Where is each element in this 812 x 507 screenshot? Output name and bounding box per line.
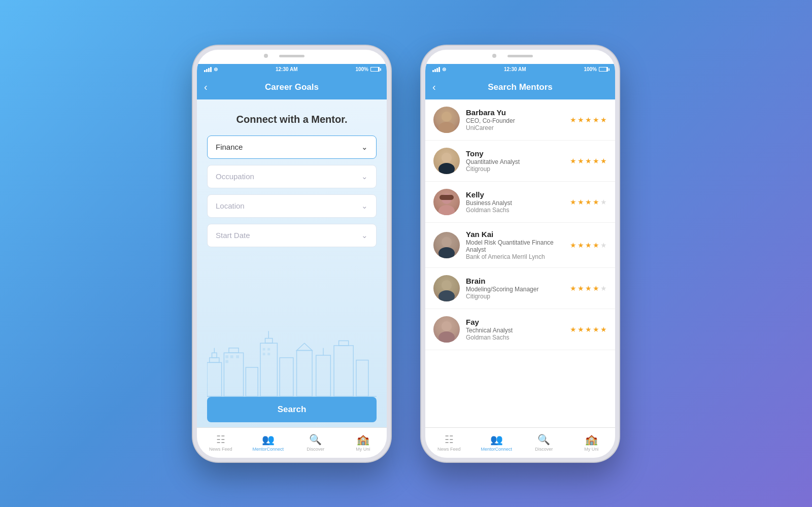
front-camera (264, 54, 268, 58)
nav-label-discover: Discover (307, 447, 324, 452)
avatar-face (433, 232, 460, 258)
svg-rect-22 (225, 360, 228, 363)
mentor-avatar-barbara (433, 107, 460, 133)
chevron-down-icon: ⌄ (361, 172, 368, 181)
mentor-item-yankai[interactable]: Yan Kai Model Risk Quantitative Finance … (425, 223, 615, 268)
mentor-item-barbara[interactable]: Barbara Yu CEO, Co-Founder UniCareer ★ ★… (425, 99, 615, 141)
chevron-down-icon: ⌄ (361, 143, 368, 152)
mentor-role-brain: Modeling/Scoring Manager (466, 286, 564, 293)
nav-item-discover[interactable]: 🔍 Discover (292, 433, 340, 452)
star-4: ★ (593, 325, 599, 333)
svg-point-28 (438, 122, 455, 133)
star-2: ★ (578, 241, 584, 249)
mentor-item-kelly[interactable]: Kelly Business Analyst Goldman Sachs ★ ★… (425, 182, 615, 223)
industry-value: Finance (216, 143, 243, 151)
svg-rect-16 (339, 341, 349, 346)
star-3: ★ (585, 241, 592, 249)
svg-rect-11 (297, 351, 313, 397)
star-4: ★ (593, 116, 599, 124)
avatar-face (433, 189, 460, 215)
left-phone: ⊜ 12:30 AM 100% ‹ Career Goals Connect w… (193, 46, 391, 462)
occupation-dropdown[interactable]: Occupation ⌄ (207, 165, 377, 188)
mentor-item-brain[interactable]: Brain Modeling/Scoring Manager Citigroup… (425, 268, 615, 309)
star-rating-barbara: ★ ★ ★ ★ ★ (570, 116, 607, 124)
status-right: 100% (355, 66, 380, 72)
mentor-role-tony: Quantitative Analyst (466, 158, 564, 165)
svg-point-27 (442, 112, 452, 122)
svg-rect-7 (260, 344, 277, 397)
nav-item-discover-right[interactable]: 🔍 Discover (520, 433, 568, 452)
mentor-name-yankai: Yan Kai (466, 230, 564, 239)
status-right-right: 100% (584, 66, 608, 72)
nav-label-my-uni-right: My Uni (584, 447, 598, 452)
mentor-role-fay: Technical Analyst (466, 327, 564, 334)
search-button[interactable]: Search (207, 397, 377, 422)
svg-rect-33 (439, 195, 454, 200)
status-left-right: ⊜ (432, 66, 446, 72)
city-skyline-illustration (197, 247, 387, 397)
nav-header-right: ‹ Search Mentors (425, 75, 615, 99)
svg-rect-23 (263, 348, 265, 351)
svg-rect-0 (207, 363, 222, 397)
my-uni-icon: 🏫 (357, 433, 369, 446)
location-placeholder: Location (216, 201, 245, 210)
mentor-name-barbara: Barbara Yu (466, 108, 564, 117)
svg-rect-2 (212, 353, 217, 358)
chevron-down-icon: ⌄ (361, 201, 368, 211)
nav-item-mentor-connect-right[interactable]: 👥 MentorConnect (473, 433, 521, 452)
star-1: ★ (570, 157, 577, 165)
status-bar-right: ⊜ 12:30 AM 100% (425, 64, 615, 75)
connect-header: Connect with a Mentor. (197, 99, 387, 136)
mentor-company-kelly: Goldman Sachs (466, 207, 564, 214)
back-button-right[interactable]: ‹ (432, 81, 436, 93)
start-date-dropdown[interactable]: Start Date ⌄ (207, 224, 377, 247)
mentor-info-barbara: Barbara Yu CEO, Co-Founder UniCareer (466, 108, 564, 131)
svg-rect-8 (265, 339, 273, 344)
star-rating-yankai: ★ ★ ★ ★ ★ (570, 241, 607, 249)
signal-icon-right (432, 67, 440, 72)
battery-label: 100% (355, 66, 368, 72)
star-4: ★ (593, 241, 599, 249)
star-2: ★ (578, 116, 584, 124)
star-2: ★ (578, 325, 584, 333)
mentor-item-tony[interactable]: Tony Quantitative Analyst Citigroup ★ ★ … (425, 141, 615, 182)
mentor-avatar-brain (433, 275, 460, 301)
mentor-name-kelly: Kelly (466, 190, 564, 199)
avatar-face (433, 107, 460, 133)
location-dropdown[interactable]: Location ⌄ (207, 194, 377, 218)
mentor-info-kelly: Kelly Business Analyst Goldman Sachs (466, 190, 564, 214)
start-date-placeholder: Start Date (216, 231, 250, 240)
star-5: ★ (600, 325, 607, 333)
star-2: ★ (578, 198, 584, 206)
nav-label-news-feed-right: News Feed (437, 447, 461, 452)
star-3: ★ (585, 325, 592, 333)
nav-header-left: ‹ Career Goals (197, 75, 387, 99)
nav-item-my-uni-right[interactable]: 🏫 My Uni (568, 433, 616, 452)
back-button-left[interactable]: ‹ (204, 81, 208, 93)
nav-item-news-feed-right[interactable]: ☷ News Feed (425, 433, 473, 452)
mentor-company-fay: Goldman Sachs (466, 334, 564, 341)
signal-icon (204, 67, 212, 72)
mentor-connect-icon: 👥 (262, 433, 275, 446)
nav-item-my-uni[interactable]: 🏫 My Uni (340, 433, 387, 452)
nav-item-mentor-connect[interactable]: 👥 MentorConnect (245, 433, 292, 452)
star-3: ★ (585, 116, 592, 124)
nav-item-news-feed[interactable]: ☷ News Feed (197, 433, 245, 452)
phone-top-bezel-right (425, 50, 615, 64)
svg-rect-17 (356, 360, 368, 397)
status-time: 12:30 AM (276, 66, 298, 72)
star-2: ★ (578, 157, 584, 165)
svg-point-39 (438, 331, 455, 343)
svg-rect-21 (236, 355, 239, 358)
mentor-name-brain: Brain (466, 277, 564, 285)
star-4: ★ (593, 198, 599, 206)
my-uni-icon-right: 🏫 (585, 433, 598, 446)
avatar-face (433, 275, 460, 301)
industry-dropdown[interactable]: Finance ⌄ (207, 136, 377, 159)
mentor-item-fay[interactable]: Fay Technical Analyst Goldman Sachs ★ ★ … (425, 309, 615, 350)
mentor-avatar-tony (433, 148, 460, 174)
svg-rect-10 (280, 358, 293, 396)
svg-rect-20 (230, 355, 233, 358)
page-title-right: Search Mentors (488, 82, 553, 92)
svg-point-34 (442, 237, 452, 247)
